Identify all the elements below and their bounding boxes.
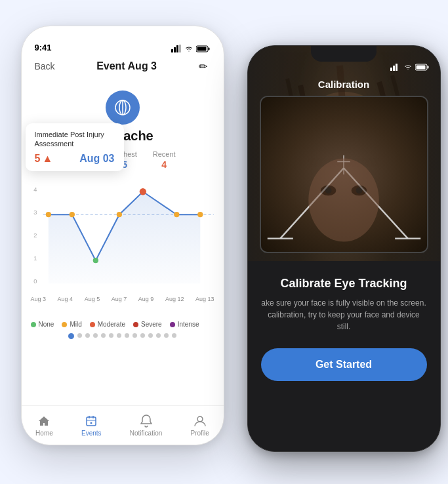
status-icons — [171, 45, 211, 52]
svg-text:1: 1 — [33, 255, 37, 262]
tooltip-title: Immediate Post Injury Assessment — [35, 130, 115, 149]
svg-point-22 — [174, 212, 179, 217]
tooltip-date: Aug 03 — [79, 153, 114, 165]
pagination-dot-2[interactable] — [85, 333, 90, 338]
svg-rect-0 — [171, 49, 173, 52]
nav-home-label: Home — [35, 430, 53, 437]
notification-icon — [139, 414, 153, 428]
legend-mild-dot — [62, 322, 67, 327]
calibrate-desc: ake sure your face is fully visible on t… — [261, 297, 427, 333]
pagination-dot-5[interactable] — [109, 333, 113, 338]
dark-wifi-icon — [403, 63, 413, 71]
chart-legend: None Mild Moderate Severe — [22, 321, 224, 328]
pagination-dots — [22, 333, 224, 339]
svg-rect-2 — [176, 45, 178, 52]
legend-severe: Severe — [133, 321, 162, 328]
dark-battery-icon — [415, 64, 430, 71]
svg-text:4: 4 — [33, 186, 37, 193]
svg-rect-1 — [174, 47, 176, 52]
back-button[interactable]: Back — [35, 61, 55, 71]
pagination-dot-8[interactable] — [132, 333, 137, 338]
pagination-dot-1[interactable] — [77, 333, 82, 338]
headache-symbol — [114, 99, 131, 116]
symptom-icon — [106, 91, 140, 125]
dark-notch — [311, 46, 377, 62]
svg-rect-33 — [393, 66, 395, 71]
svg-rect-37 — [416, 65, 425, 69]
svg-point-29 — [197, 416, 203, 422]
status-time: 9:41 — [35, 43, 52, 52]
legend-none-dot — [31, 322, 36, 327]
notch — [87, 26, 159, 43]
svg-text:2: 2 — [33, 232, 37, 239]
face-hint — [261, 97, 427, 252]
legend-none: None — [31, 321, 54, 328]
tooltip-popup: Immediate Post Injury Assessment 5 ▲ Aug… — [26, 123, 124, 171]
nav-home[interactable]: Home — [35, 414, 53, 437]
pagination-dot-11[interactable] — [156, 333, 161, 338]
pagination-dot-7[interactable] — [125, 333, 129, 338]
pagination-dot-9[interactable] — [140, 333, 145, 338]
pagination-dot-0[interactable] — [68, 333, 74, 339]
svg-rect-36 — [427, 66, 428, 68]
scene: 9:41 — [8, 6, 441, 478]
svg-text:0: 0 — [33, 278, 37, 285]
svg-point-19 — [92, 258, 98, 263]
nav-notification-label: Notification — [130, 430, 162, 437]
pagination-dot-13[interactable] — [172, 333, 176, 338]
svg-text:3: 3 — [33, 209, 37, 216]
pagination-dot-3[interactable] — [93, 333, 98, 338]
stat-recent-label: Recent — [153, 150, 176, 158]
tooltip-data: 5 ▲ Aug 03 — [35, 153, 115, 165]
app-header: Back Event Aug 3 ✏ — [22, 55, 224, 77]
legend-severe-dot — [133, 322, 138, 327]
tooltip-score: 5 ▲ — [35, 153, 53, 165]
svg-point-21 — [139, 188, 146, 195]
stat-recent: Recent 4 — [153, 150, 176, 170]
svg-point-17 — [45, 212, 51, 217]
camera-background — [261, 97, 427, 252]
pagination-dot-12[interactable] — [164, 333, 169, 338]
svg-rect-5 — [208, 47, 209, 50]
svg-point-23 — [197, 212, 203, 217]
legend-moderate: Moderate — [90, 321, 125, 328]
legend-mild: Mild — [62, 321, 81, 328]
edit-icon[interactable]: ✏ — [199, 60, 211, 72]
chart-svg: 4 3 2 1 0 — [28, 174, 217, 292]
nav-profile[interactable]: Profile — [191, 414, 209, 437]
dark-content: Calibrate Eye Tracking ake sure your fac… — [248, 261, 440, 451]
svg-rect-3 — [179, 45, 181, 52]
legend-moderate-dot — [90, 322, 95, 327]
events-icon — [84, 414, 98, 428]
nav-events-label: Events — [81, 430, 102, 437]
svg-point-48 — [356, 188, 362, 194]
phone-dark: Calibration — [247, 45, 441, 452]
nav-profile-label: Profile — [191, 430, 209, 437]
profile-icon — [193, 414, 207, 428]
chart-x-labels: Aug 3 Aug 4 Aug 5 Aug 7 Aug 9 Aug 12 Aug… — [28, 296, 217, 302]
legend-intense-dot — [170, 322, 175, 327]
get-started-label: Get Started — [316, 359, 372, 371]
svg-marker-16 — [48, 192, 199, 283]
calibration-header: Calibration — [248, 73, 440, 96]
dark-signal-icon — [390, 63, 401, 71]
nav-events[interactable]: Events — [81, 414, 102, 437]
signal-icon — [171, 45, 182, 52]
pagination-dot-4[interactable] — [101, 333, 106, 338]
camera-box — [260, 96, 428, 253]
pagination-dot-6[interactable] — [117, 333, 121, 338]
stat-recent-value: 4 — [161, 159, 167, 170]
svg-rect-24 — [87, 417, 96, 426]
get-started-button[interactable]: Get Started — [261, 348, 427, 381]
legend-intense: Intense — [170, 321, 199, 328]
chart-area: 4 3 2 1 0 — [28, 174, 217, 318]
pagination-dot-10[interactable] — [148, 333, 153, 338]
dark-status-icons — [390, 63, 430, 71]
svg-point-44 — [308, 159, 378, 242]
calibrate-title: Calibrate Eye Tracking — [280, 277, 407, 291]
home-icon — [37, 414, 51, 428]
wifi-icon — [184, 45, 193, 52]
svg-point-47 — [325, 188, 331, 194]
svg-rect-32 — [390, 68, 392, 71]
nav-notification[interactable]: Notification — [130, 414, 162, 437]
